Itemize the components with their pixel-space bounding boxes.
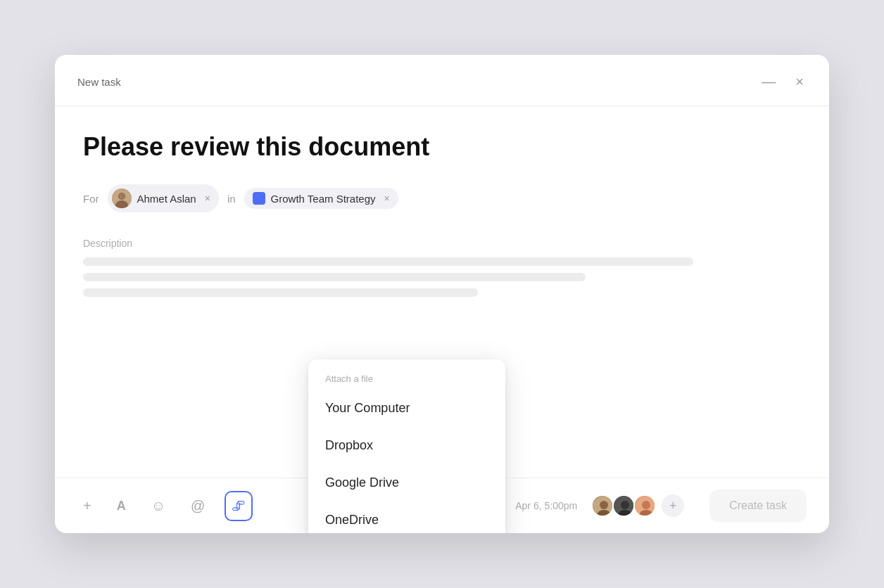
attach-file-button[interactable]: 🖇 (225, 491, 253, 521)
modal-overlay: New task — × Please review this document… (0, 0, 884, 588)
description-section: Description (83, 238, 801, 297)
plus-icon: + (83, 498, 91, 514)
assignees-group: + (591, 494, 684, 517)
avatar (112, 188, 132, 208)
dropdown-item-onedrive[interactable]: OneDrive (308, 501, 505, 533)
emoji-icon: ☺ (151, 498, 165, 514)
project-remove-button[interactable]: × (384, 193, 390, 204)
assignee-avatar-3 (633, 494, 656, 517)
add-button[interactable]: + (77, 492, 97, 520)
modal-title: New task (77, 76, 121, 88)
minimize-button[interactable]: — (759, 72, 778, 91)
assignee-name: Ahmet Aslan (137, 193, 196, 205)
modal-body: Please review this document For Ahme (55, 106, 829, 478)
desc-line-2 (83, 273, 586, 281)
project-color-dot (253, 192, 265, 205)
assignee-avatar-1 (591, 494, 614, 517)
add-assignee-button[interactable]: + (662, 494, 684, 517)
for-label: For (83, 193, 99, 205)
assignee-chip[interactable]: Ahmet Aslan × (108, 184, 219, 212)
due-date: Apr 6, 5:00pm (515, 500, 577, 511)
close-icon: × (795, 74, 804, 89)
text-icon: A (117, 499, 126, 513)
close-button[interactable]: × (793, 72, 807, 91)
desc-line-3 (83, 288, 478, 297)
project-name: Growth Team Strategy (271, 193, 376, 205)
assignee-avatar-2 (612, 494, 635, 517)
assignee-remove-button[interactable]: × (205, 193, 210, 204)
minimize-icon: — (762, 74, 776, 89)
modal-header-actions: — × (759, 72, 807, 91)
description-lines (83, 257, 801, 297)
task-title: Please review this document (83, 132, 801, 162)
modal: New task — × Please review this document… (55, 55, 829, 533)
text-format-button[interactable]: A (111, 493, 132, 519)
project-chip[interactable]: Growth Team Strategy × (244, 188, 398, 209)
dropdown-item-gdrive[interactable]: Google Drive (308, 464, 505, 501)
at-icon: @ (191, 498, 205, 514)
svg-point-5 (600, 501, 608, 509)
modal-header: New task — × (55, 55, 829, 106)
description-label: Description (83, 238, 801, 249)
emoji-button[interactable]: ☺ (146, 492, 171, 520)
svg-point-11 (642, 501, 650, 509)
desc-line-1 (83, 257, 693, 266)
in-label: in (227, 193, 236, 205)
attach-file-dropdown: Attach a file Your Computer Dropbox Goog… (308, 359, 505, 533)
dropdown-item-dropbox[interactable]: Dropbox (308, 427, 505, 464)
svg-point-8 (621, 501, 629, 509)
task-meta: For Ahmet Aslan × in (83, 184, 801, 212)
dropdown-item-computer[interactable]: Your Computer (308, 390, 505, 427)
create-task-button[interactable]: Create task (709, 490, 807, 522)
paperclip-icon: 🖇 (232, 498, 246, 514)
mention-button[interactable]: @ (185, 492, 210, 520)
svg-point-3 (119, 193, 125, 199)
dropdown-header: Attach a file (308, 365, 505, 390)
